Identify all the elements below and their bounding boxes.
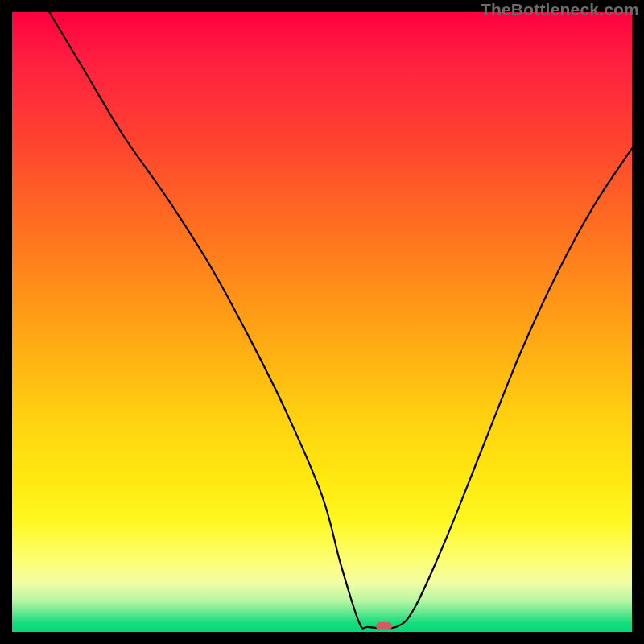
watermark-text: TheBottleneck.com [481, 0, 639, 19]
optimum-marker [376, 622, 392, 630]
bottleneck-curve [12, 12, 632, 632]
